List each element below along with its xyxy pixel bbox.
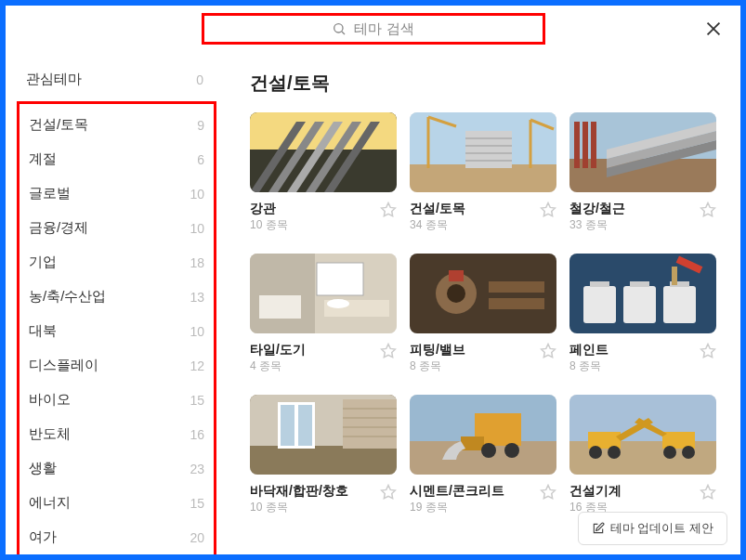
sidebar-item[interactable]: 계절6 bbox=[20, 142, 214, 176]
favorite-star-button[interactable] bbox=[540, 343, 556, 359]
favorite-star-button[interactable] bbox=[380, 484, 397, 501]
svg-rect-27 bbox=[317, 263, 363, 295]
card-subtitle: 4 종목 bbox=[250, 359, 306, 374]
sidebar-favorites[interactable]: 관심테마 0 bbox=[6, 61, 224, 98]
theme-card[interactable]: 시멘트/콘크리트19 종목 bbox=[410, 395, 556, 515]
card-thumbnail bbox=[250, 112, 397, 192]
svg-point-64 bbox=[481, 443, 496, 458]
svg-point-0 bbox=[334, 24, 343, 33]
header: 테마 검색 bbox=[6, 6, 740, 52]
favorite-star-button[interactable] bbox=[700, 202, 716, 218]
sidebar-item-label: 에너지 bbox=[29, 494, 71, 512]
card-thumbnail bbox=[569, 112, 716, 192]
sidebar-item-label: 금융/경제 bbox=[29, 219, 88, 237]
sidebar-item-label: 기업 bbox=[29, 254, 57, 271]
sidebar-item[interactable]: 반도체16 bbox=[20, 417, 214, 451]
sidebar-item[interactable]: 글로벌10 bbox=[20, 176, 214, 211]
svg-rect-23 bbox=[591, 122, 596, 168]
card-subtitle: 8 종목 bbox=[410, 359, 465, 374]
sidebar-item[interactable]: 디스플레이12 bbox=[20, 348, 214, 383]
search-icon bbox=[332, 21, 347, 36]
sidebar-item[interactable]: 기업18 bbox=[20, 245, 214, 280]
card-thumbnail bbox=[410, 112, 556, 192]
svg-line-1 bbox=[342, 32, 345, 34]
svg-rect-41 bbox=[623, 286, 656, 323]
card-title: 강관 bbox=[250, 200, 288, 216]
sidebar-item-label: 디스플레이 bbox=[29, 357, 98, 374]
close-button[interactable] bbox=[703, 19, 724, 39]
theme-card[interactable]: 강관10 종목 bbox=[250, 112, 397, 233]
sidebar-item-label: 바이오 bbox=[29, 391, 71, 409]
svg-marker-48 bbox=[701, 344, 715, 357]
sidebar-item[interactable]: 금융/경제10 bbox=[20, 211, 214, 245]
suggest-update-button[interactable]: 테마 업데이트 제안 bbox=[578, 512, 727, 545]
card-thumbnail bbox=[410, 254, 556, 333]
card-title: 건설/토목 bbox=[410, 200, 465, 216]
card-title: 바닥재/합판/창호 bbox=[250, 482, 348, 499]
sidebar-item-count: 15 bbox=[190, 496, 204, 511]
theme-card[interactable]: 건설기계16 종목 bbox=[569, 395, 716, 515]
svg-rect-37 bbox=[489, 298, 544, 309]
sidebar-item-label: 대북 bbox=[29, 322, 57, 340]
svg-rect-26 bbox=[250, 254, 315, 333]
svg-rect-30 bbox=[259, 295, 301, 319]
suggest-label: 테마 업데이트 제안 bbox=[610, 520, 713, 537]
card-thumbnail bbox=[410, 395, 556, 475]
card-subtitle: 10 종목 bbox=[250, 218, 288, 233]
sidebar-item-count: 9 bbox=[197, 118, 204, 133]
card-meta: 건설기계16 종목 bbox=[569, 482, 716, 515]
card-title: 피팅/밸브 bbox=[410, 341, 465, 358]
sidebar-item[interactable]: 건설/토목9 bbox=[20, 108, 214, 142]
sidebar-item[interactable]: 에너지15 bbox=[20, 486, 214, 520]
favorite-star-button[interactable] bbox=[700, 484, 716, 501]
theme-card[interactable]: 타일/도기4 종목 bbox=[250, 254, 397, 374]
svg-marker-59 bbox=[382, 485, 396, 498]
card-subtitle: 19 종목 bbox=[410, 501, 504, 515]
favorite-star-button[interactable] bbox=[380, 343, 397, 359]
card-subtitle: 8 종목 bbox=[569, 359, 609, 374]
main-content: 건설/토목 강관10 종목건설/토목34 종목철강/철근33 종목타일/도기4 … bbox=[224, 52, 740, 554]
card-title: 타일/도기 bbox=[250, 341, 306, 358]
svg-marker-24 bbox=[701, 203, 715, 216]
theme-card[interactable]: 건설/토목34 종목 bbox=[410, 112, 556, 233]
edit-icon bbox=[592, 522, 605, 535]
svg-rect-47 bbox=[672, 267, 677, 285]
card-meta: 페인트8 종목 bbox=[569, 341, 716, 374]
svg-point-70 bbox=[589, 446, 602, 459]
sidebar-item-count: 10 bbox=[190, 324, 204, 339]
card-meta: 시멘트/콘크리트19 종목 bbox=[410, 482, 556, 515]
svg-point-74 bbox=[682, 446, 695, 459]
sidebar-item[interactable]: 생활23 bbox=[20, 451, 214, 486]
sidebar-item-count: 10 bbox=[190, 221, 204, 236]
search-input[interactable]: 테마 검색 bbox=[202, 13, 545, 45]
sidebar-item[interactable]: 대북10 bbox=[20, 314, 214, 348]
theme-card[interactable]: 피팅/밸브8 종목 bbox=[410, 254, 556, 374]
sidebar-item[interactable]: 바이오15 bbox=[20, 383, 214, 417]
sidebar-item[interactable]: 여가20 bbox=[20, 520, 214, 554]
theme-card[interactable]: 페인트8 종목 bbox=[569, 254, 716, 374]
sidebar-item[interactable]: 농/축/수산업13 bbox=[20, 280, 214, 314]
favorite-star-button[interactable] bbox=[540, 484, 556, 501]
svg-point-29 bbox=[327, 299, 349, 308]
svg-point-71 bbox=[608, 446, 621, 459]
favorite-star-button[interactable] bbox=[540, 202, 556, 218]
svg-marker-38 bbox=[542, 344, 556, 357]
card-thumbnail bbox=[250, 254, 397, 333]
sidebar-item-label: 농/축/수산업 bbox=[29, 288, 106, 306]
card-meta: 건설/토목34 종목 bbox=[410, 200, 556, 233]
card-thumbnail bbox=[250, 395, 397, 475]
card-thumbnail bbox=[569, 254, 716, 333]
card-meta: 강관10 종목 bbox=[250, 200, 397, 233]
theme-card[interactable]: 바닥재/합판/창호10 종목 bbox=[250, 395, 397, 515]
sidebar: 관심테마 0 건설/토목9계절6글로벌10금융/경제10기업18농/축/수산업1… bbox=[6, 52, 224, 554]
card-title: 철강/철근 bbox=[569, 200, 625, 216]
sidebar-item-label: 계절 bbox=[29, 150, 57, 168]
theme-card[interactable]: 철강/철근33 종목 bbox=[569, 112, 716, 233]
favorite-star-button[interactable] bbox=[700, 343, 716, 359]
card-thumbnail bbox=[569, 395, 716, 475]
svg-point-73 bbox=[663, 446, 676, 459]
sidebar-item-count: 10 bbox=[190, 187, 204, 202]
svg-rect-40 bbox=[583, 286, 616, 323]
close-icon bbox=[703, 19, 724, 39]
favorite-star-button[interactable] bbox=[380, 202, 397, 218]
